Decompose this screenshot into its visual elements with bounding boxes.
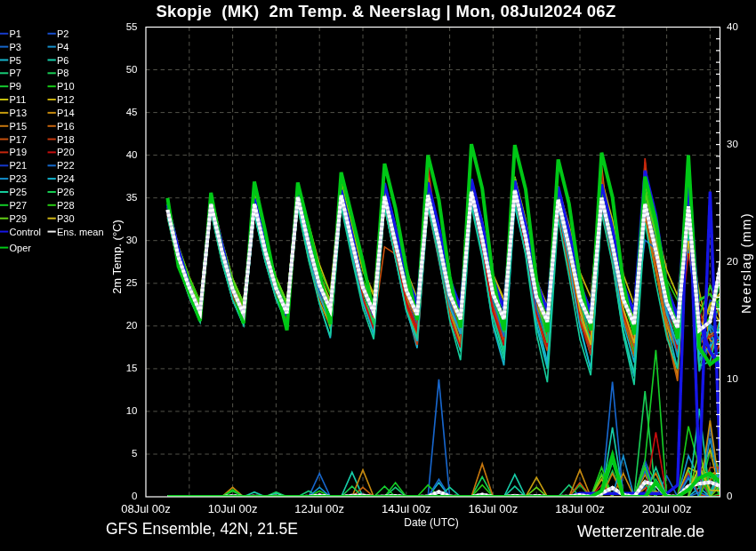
svg-text:14Jul 00z: 14Jul 00z [382, 502, 431, 515]
svg-text:P16: P16 [57, 121, 75, 132]
svg-text:P18: P18 [57, 134, 75, 145]
svg-text:P8: P8 [57, 68, 68, 78]
svg-text:P3: P3 [10, 42, 21, 52]
svg-text:10: 10 [727, 373, 738, 384]
svg-text:35: 35 [126, 192, 138, 203]
svg-text:55: 55 [126, 21, 138, 32]
svg-text:P1: P1 [10, 28, 21, 39]
svg-text:P15: P15 [10, 121, 28, 132]
svg-text:P13: P13 [10, 108, 28, 118]
svg-text:Wetterzentrale.de: Wetterzentrale.de [577, 523, 704, 540]
svg-text:Oper: Oper [10, 243, 32, 253]
svg-text:P11: P11 [10, 94, 27, 105]
svg-text:20: 20 [727, 256, 738, 267]
svg-text:P29: P29 [10, 213, 28, 224]
svg-text:25: 25 [126, 277, 138, 288]
svg-text:Date (UTC): Date (UTC) [404, 516, 458, 529]
svg-text:P23: P23 [10, 173, 28, 184]
svg-text:P19: P19 [10, 147, 28, 157]
svg-text:P2: P2 [57, 28, 68, 39]
svg-text:P21: P21 [10, 160, 28, 171]
svg-text:P14: P14 [57, 108, 75, 118]
svg-text:P6: P6 [57, 55, 68, 66]
svg-text:2m Temp. (°C): 2m Temp. (°C) [110, 220, 124, 294]
svg-text:30: 30 [727, 139, 738, 149]
svg-text:10Jul 00z: 10Jul 00z [208, 502, 258, 515]
svg-text:16Jul 00z: 16Jul 00z [469, 502, 519, 515]
svg-text:50: 50 [126, 64, 138, 75]
svg-text:0: 0 [132, 491, 137, 501]
svg-text:Skopje (MK) 2m Temp. & Neers: Skopje (MK) 2m Temp. & Neerslag | Mon, 0… [156, 2, 615, 20]
svg-text:P28: P28 [57, 200, 75, 211]
svg-text:P30: P30 [57, 213, 75, 224]
svg-text:P9: P9 [10, 81, 21, 92]
svg-text:12Jul 00z: 12Jul 00z [294, 502, 344, 515]
svg-text:18Jul 00z: 18Jul 00z [555, 502, 605, 515]
svg-text:P17: P17 [10, 134, 28, 145]
svg-text:20Jul 00z: 20Jul 00z [642, 502, 692, 515]
svg-text:30: 30 [126, 235, 138, 245]
svg-text:45: 45 [126, 107, 138, 117]
svg-text:P25: P25 [10, 187, 28, 197]
svg-text:40: 40 [727, 21, 738, 32]
svg-text:08Jul 00z: 08Jul 00z [121, 502, 171, 515]
svg-text:Neerslag (mm): Neerslag (mm) [739, 212, 753, 314]
svg-text:P20: P20 [57, 147, 75, 157]
svg-text:P10: P10 [57, 81, 75, 92]
svg-text:P27: P27 [10, 200, 28, 211]
svg-text:P24: P24 [57, 173, 75, 184]
svg-text:5: 5 [132, 448, 137, 459]
svg-text:P22: P22 [57, 160, 75, 171]
svg-text:Ens. mean: Ens. mean [57, 227, 104, 237]
svg-text:10: 10 [126, 405, 138, 416]
svg-text:P4: P4 [57, 42, 68, 52]
svg-text:40: 40 [126, 149, 138, 160]
svg-text:0: 0 [727, 491, 732, 501]
svg-text:20: 20 [126, 320, 138, 331]
svg-text:P26: P26 [57, 187, 75, 197]
svg-text:15: 15 [126, 363, 138, 373]
svg-text:P5: P5 [10, 55, 21, 66]
svg-text:GFS Ensemble, 42N, 21.5E: GFS Ensemble, 42N, 21.5E [106, 520, 298, 538]
svg-text:P7: P7 [10, 68, 21, 78]
svg-text:P12: P12 [57, 94, 75, 105]
svg-text:Control: Control [10, 227, 41, 237]
